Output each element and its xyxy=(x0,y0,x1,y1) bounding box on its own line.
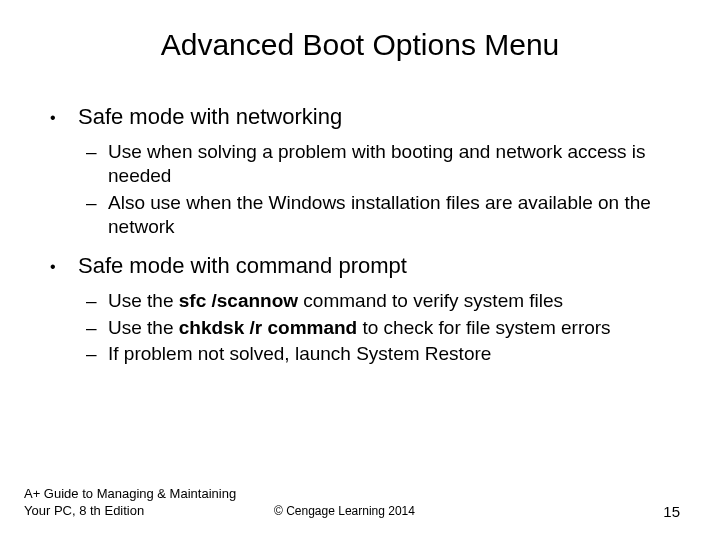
sub-prefix: Use the xyxy=(108,317,179,338)
sub-text: Also use when the Windows installation f… xyxy=(108,191,680,240)
sub-prefix: Use the xyxy=(108,290,179,311)
dash-icon: – xyxy=(86,191,108,240)
sub-item: – If problem not solved, launch System R… xyxy=(86,342,680,366)
slide-title: Advanced Boot Options Menu xyxy=(40,28,680,62)
sub-text: If problem not solved, launch System Res… xyxy=(108,342,680,366)
sub-suffix: to check for file system errors xyxy=(357,317,610,338)
sub-item: – Use the sfc /scannow command to verify… xyxy=(86,289,680,313)
bullet-dot-icon: • xyxy=(50,104,78,132)
bullet-text: Safe mode with command prompt xyxy=(78,253,407,281)
dash-icon: – xyxy=(86,342,108,366)
slide: Advanced Boot Options Menu • Safe mode w… xyxy=(0,0,720,540)
bullet-dot-icon: • xyxy=(50,253,78,281)
sub-text: Use the sfc /scannow command to verify s… xyxy=(108,289,680,313)
page-number: 15 xyxy=(640,503,680,520)
dash-icon: – xyxy=(86,316,108,340)
sub-text: Use the chkdsk /r command to check for f… xyxy=(108,316,680,340)
sub-item: – Use when solving a problem with bootin… xyxy=(86,140,680,189)
footer: A+ Guide to Managing & Maintaining Your … xyxy=(0,486,720,520)
dash-icon: – xyxy=(86,289,108,313)
sub-text: Use when solving a problem with booting … xyxy=(108,140,680,189)
bullet-2: • Safe mode with command prompt xyxy=(50,253,680,281)
footer-left: A+ Guide to Managing & Maintaining Your … xyxy=(24,486,254,520)
bullet-text: Safe mode with networking xyxy=(78,104,342,132)
sub-bold: sfc /scannow xyxy=(179,290,298,311)
footer-copyright: © Cengage Learning 2014 xyxy=(254,504,640,520)
slide-content: • Safe mode with networking – Use when s… xyxy=(40,104,680,366)
sub-item: – Use the chkdsk /r command to check for… xyxy=(86,316,680,340)
sub-list-1: – Use when solving a problem with bootin… xyxy=(50,140,680,239)
sub-item: – Also use when the Windows installation… xyxy=(86,191,680,240)
sub-suffix: command to verify system files xyxy=(298,290,563,311)
sub-list-2: – Use the sfc /scannow command to verify… xyxy=(50,289,680,366)
bullet-1: • Safe mode with networking xyxy=(50,104,680,132)
sub-bold: chkdsk /r command xyxy=(179,317,357,338)
dash-icon: – xyxy=(86,140,108,189)
